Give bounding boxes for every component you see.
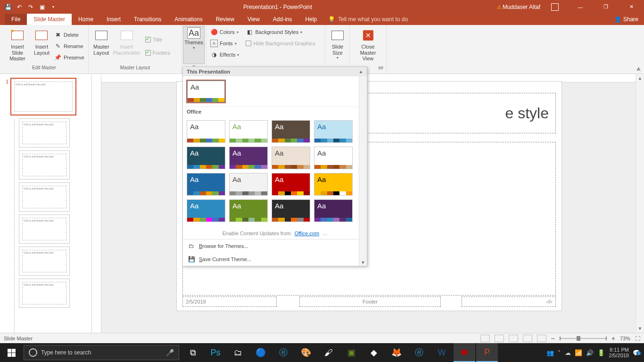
theme-tile[interactable]: Aa bbox=[314, 147, 353, 169]
layout-thumbnail[interactable]: Click to edit Master title style bbox=[19, 118, 70, 148]
layout-thumbnail[interactable]: Click to edit Master title style bbox=[19, 279, 70, 308]
theme-tile[interactable]: Aa bbox=[187, 120, 225, 143]
taskbar-app-recorder[interactable]: ⏺ bbox=[454, 343, 475, 362]
undo-icon[interactable]: ↶ bbox=[14, 2, 25, 12]
minimize-button[interactable]: — bbox=[570, 0, 591, 14]
task-view-icon[interactable]: ⧉ bbox=[182, 343, 204, 362]
theme-tile[interactable]: Aa bbox=[272, 173, 310, 196]
zoom-in-icon[interactable]: + bbox=[611, 335, 615, 342]
qat-customize-icon[interactable]: ▾ bbox=[48, 2, 58, 12]
redo-icon[interactable]: ↷ bbox=[25, 2, 36, 12]
tab-review[interactable]: Review bbox=[209, 14, 241, 25]
normal-view-button[interactable] bbox=[495, 335, 504, 342]
theme-tile[interactable]: Aa bbox=[229, 120, 268, 143]
master-thumbnail[interactable]: Click to edit Master title style bbox=[10, 78, 76, 115]
taskbar-app-wondershare[interactable]: ◆ bbox=[363, 343, 385, 362]
notes-button[interactable] bbox=[480, 335, 490, 342]
browse-for-themes-button[interactable]: 🗀Browse for Themes... bbox=[183, 239, 367, 253]
theme-tile[interactable]: Aa bbox=[229, 199, 268, 222]
zoom-level[interactable]: 73% bbox=[620, 336, 630, 341]
share-button[interactable]: 👤Share bbox=[609, 14, 644, 25]
tab-transitions[interactable]: Transitions bbox=[127, 14, 168, 25]
onedrive-icon[interactable]: ☁ bbox=[565, 349, 571, 356]
theme-tile[interactable]: Aa bbox=[229, 173, 268, 196]
battery-icon[interactable]: 🔋 bbox=[597, 349, 605, 356]
taskbar-clock[interactable]: 8:11 PM2/5/2018 bbox=[609, 347, 629, 358]
theme-tile[interactable]: Aa bbox=[272, 120, 310, 143]
start-button[interactable] bbox=[0, 343, 23, 362]
taskbar-app-powerpoint[interactable]: P bbox=[476, 343, 498, 362]
tab-home[interactable]: Home bbox=[72, 14, 100, 25]
taskbar-app-edge[interactable]: ⓔ bbox=[408, 343, 430, 362]
close-button[interactable]: ✕ bbox=[620, 0, 642, 14]
theme-tile[interactable]: Aa bbox=[272, 199, 310, 222]
theme-tile[interactable]: Aa bbox=[229, 147, 268, 169]
taskbar-app-chrome[interactable]: 🔵 bbox=[250, 343, 272, 362]
tab-help[interactable]: Help bbox=[299, 14, 324, 25]
gallery-scroll-up-icon[interactable]: ▲ bbox=[359, 69, 363, 74]
theme-tile[interactable]: Aa bbox=[314, 120, 353, 143]
taskbar-search[interactable]: Type here to search 🎤 bbox=[24, 345, 179, 360]
theme-tile[interactable]: Aa bbox=[187, 199, 225, 222]
tab-file[interactable]: File bbox=[5, 14, 27, 25]
user-name[interactable]: ⚠Muddaser Altaf bbox=[497, 4, 540, 10]
save-icon[interactable]: 💾 bbox=[3, 2, 13, 12]
taskbar-app-ie[interactable]: ⓔ bbox=[272, 343, 294, 362]
tell-me-search[interactable]: 💡Tell me what you want to do bbox=[328, 14, 408, 25]
layout-thumbnail[interactable]: Click to edit Master title style bbox=[19, 182, 70, 212]
restore-button[interactable]: ❐ bbox=[595, 0, 617, 14]
preserve-button[interactable]: 📌Preserve bbox=[53, 52, 85, 63]
scroll-up-icon[interactable]: ▲ bbox=[636, 74, 644, 82]
thumbnail-pane[interactable]: 1 Click to edit Master title style Click… bbox=[0, 74, 92, 333]
theme-tile[interactable]: Aa bbox=[187, 173, 225, 196]
layout-thumbnail[interactable]: Click to edit Master title style bbox=[19, 214, 70, 244]
taskbar-app-paint[interactable]: 🖌 bbox=[318, 343, 339, 362]
theme-tile[interactable]: Aa bbox=[314, 173, 353, 196]
taskbar-app-explorer[interactable]: 🗂 bbox=[227, 343, 249, 362]
themes-button[interactable]: Aa Themes ▾ bbox=[183, 26, 205, 64]
zoom-slider[interactable] bbox=[560, 338, 607, 339]
master-layout-button[interactable]: Master Layout bbox=[91, 27, 111, 65]
slideshow-button[interactable] bbox=[537, 335, 546, 342]
rename-button[interactable]: ✎Rename bbox=[53, 41, 85, 51]
taskbar-app-word[interactable]: W bbox=[431, 343, 453, 362]
effects-button[interactable]: ◑Effects▾ bbox=[209, 49, 240, 60]
insert-layout-button[interactable]: Insert Layout bbox=[32, 27, 51, 65]
layout-thumbnail[interactable]: Click to edit Master title style bbox=[19, 247, 70, 276]
slide-number-placeholder[interactable]: ‹#› bbox=[462, 296, 556, 307]
wifi-icon[interactable]: 📶 bbox=[575, 349, 582, 356]
taskbar-app-camtasia[interactable]: ▣ bbox=[340, 343, 362, 362]
tab-view[interactable]: View bbox=[241, 14, 266, 25]
taskbar-app-firefox[interactable]: 🦊 bbox=[386, 343, 407, 362]
taskbar-app-paint3d[interactable]: 🎨 bbox=[295, 343, 317, 362]
footer-placeholder[interactable]: Footer bbox=[299, 296, 441, 307]
gallery-scroll-down-icon[interactable]: ▼ bbox=[359, 260, 367, 265]
gallery-scrollbar[interactable]: ▼ bbox=[359, 76, 367, 266]
delete-button[interactable]: ✖Delete bbox=[53, 30, 85, 40]
theme-tile[interactable]: Aa bbox=[187, 80, 225, 103]
insert-slide-master-button[interactable]: Insert Slide Master bbox=[3, 27, 32, 65]
tab-addins[interactable]: Add-ins bbox=[266, 14, 299, 25]
collapse-ribbon-icon[interactable]: ⮝ bbox=[636, 66, 641, 72]
theme-tile[interactable]: Aa bbox=[272, 147, 310, 169]
slide-size-button[interactable]: Slide Size▾ bbox=[328, 27, 347, 65]
scroll-down-icon[interactable]: ▼ bbox=[636, 324, 644, 333]
start-from-beginning-icon[interactable]: ▣ bbox=[37, 2, 47, 12]
zoom-out-icon[interactable]: − bbox=[551, 335, 555, 342]
reading-view-button[interactable] bbox=[523, 335, 532, 342]
fonts-button[interactable]: AFonts▾ bbox=[209, 38, 240, 49]
ribbon-display-options-icon[interactable] bbox=[544, 0, 566, 14]
background-styles-button[interactable]: ◧Background Styles▾ bbox=[245, 27, 316, 37]
theme-tile[interactable]: Aa bbox=[187, 147, 225, 169]
date-placeholder[interactable]: 2/5/2018 bbox=[182, 296, 277, 307]
volume-icon[interactable]: 🔊 bbox=[586, 349, 594, 356]
tab-animations[interactable]: Animations bbox=[168, 14, 209, 25]
close-master-view-button[interactable]: ✕ Close Master View bbox=[353, 27, 383, 65]
save-current-theme-button[interactable]: 💾Save Current Theme... bbox=[183, 253, 367, 266]
enable-content-updates-link[interactable]: Enable Content Updates from Office.com..… bbox=[183, 226, 367, 239]
layout-thumbnail[interactable]: Click to edit Master title style bbox=[19, 150, 70, 180]
tab-slide-master[interactable]: Slide Master bbox=[27, 14, 72, 25]
tray-overflow-icon[interactable]: ˄ bbox=[558, 349, 561, 356]
vertical-scrollbar[interactable]: ▲ ▼ bbox=[636, 74, 644, 333]
theme-tile[interactable]: Aa bbox=[314, 199, 353, 222]
